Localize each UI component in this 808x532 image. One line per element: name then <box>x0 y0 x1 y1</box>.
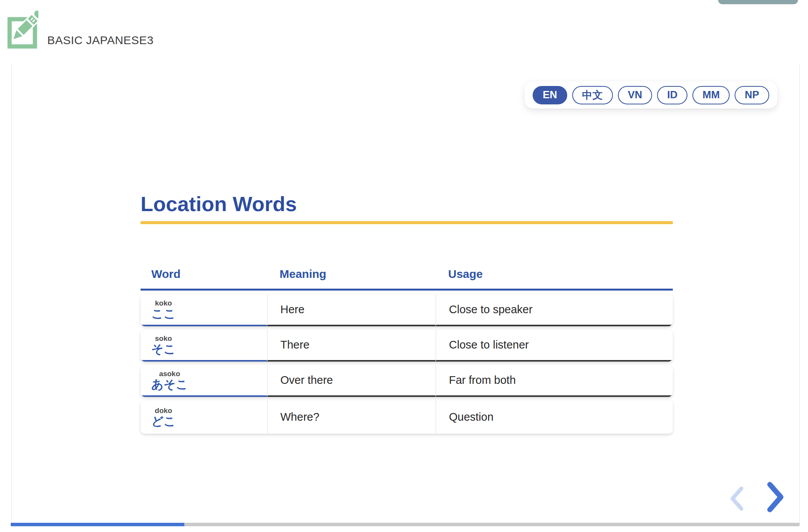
usage-cell: Close to speaker <box>435 294 673 326</box>
next-slide-button[interactable] <box>765 481 786 513</box>
meaning-text: There <box>280 339 310 351</box>
meaning-cell: Here <box>267 294 435 326</box>
romaji-label: koko <box>151 299 176 307</box>
kana-label: そこ <box>151 343 176 355</box>
romaji-label: soko <box>151 335 176 342</box>
usage-cell: Close to listener <box>435 330 673 362</box>
progress-bar-fill <box>11 523 184 526</box>
romaji-label: doko <box>151 407 176 414</box>
title-underline <box>141 221 673 224</box>
word-cell: doko どこ <box>141 400 267 434</box>
lang-pill-en[interactable]: EN <box>533 86 567 104</box>
column-header-word: Word <box>141 268 267 281</box>
language-switcher: EN 中文 VN ID MM NP <box>525 81 777 109</box>
table-body: koko ここ Here Close to speaker soko そこ <box>141 294 673 434</box>
slide-content: Location Words Word Meaning Usage koko こ… <box>141 192 673 437</box>
lang-pill-vn[interactable]: VN <box>618 86 652 104</box>
usage-cell: Far from both <box>435 365 673 397</box>
usage-text: Question <box>449 411 493 423</box>
meaning-text: Over there <box>280 374 333 387</box>
app-header: BASIC JAPANESE3 <box>0 0 808 64</box>
meaning-cell: Where? <box>267 400 435 434</box>
usage-cell: Question <box>435 400 673 434</box>
lang-pill-id[interactable]: ID <box>657 86 687 104</box>
romaji-label: asoko <box>151 370 188 377</box>
kana-label: ここ <box>151 308 176 320</box>
usage-text: Far from both <box>449 374 516 387</box>
word-block: soko そこ <box>151 335 176 355</box>
lang-pill-mm[interactable]: MM <box>692 86 730 104</box>
table-row: asoko あそこ Over there Far from both <box>141 365 673 397</box>
column-header-meaning: Meaning <box>267 268 435 281</box>
slide-left-edge <box>11 64 12 523</box>
table-row: doko どこ Where? Question <box>141 400 673 434</box>
table-row: koko ここ Here Close to speaker <box>141 294 673 326</box>
page-title: Location Words <box>141 192 673 216</box>
usage-text: Close to speaker <box>449 303 533 316</box>
course-title: BASIC JAPANESE3 <box>47 34 154 47</box>
table-header-row: Word Meaning Usage <box>141 224 673 291</box>
lang-pill-zh[interactable]: 中文 <box>572 86 613 104</box>
kana-label: あそこ <box>151 378 188 390</box>
progress-bar-track <box>11 523 800 526</box>
meaning-text: Here <box>280 303 305 316</box>
table-row: soko そこ There Close to listener <box>141 330 673 362</box>
kana-label: どこ <box>151 415 176 427</box>
word-cell: asoko あそこ <box>141 365 267 397</box>
lang-pill-np[interactable]: NP <box>735 86 769 104</box>
slide-right-edge <box>799 64 800 523</box>
pencil-square-logo-icon <box>7 11 38 49</box>
word-block: doko どこ <box>151 407 176 427</box>
word-block: koko ここ <box>151 299 176 320</box>
meaning-cell: Over there <box>267 365 435 397</box>
page: BASIC JAPANESE3 EN 中文 VN ID MM NP Locati… <box>0 0 808 532</box>
cutoff-toolbar-button[interactable] <box>718 0 798 4</box>
word-cell: soko そこ <box>141 330 267 362</box>
usage-text: Close to listener <box>449 339 529 351</box>
meaning-text: Where? <box>280 411 320 423</box>
chevron-left-icon <box>729 486 745 511</box>
meaning-cell: There <box>267 330 435 362</box>
word-cell: koko ここ <box>141 294 267 326</box>
chevron-right-icon <box>765 481 786 513</box>
prev-slide-button[interactable] <box>729 486 745 511</box>
word-block: asoko あそこ <box>151 370 188 390</box>
column-header-usage: Usage <box>435 268 673 281</box>
